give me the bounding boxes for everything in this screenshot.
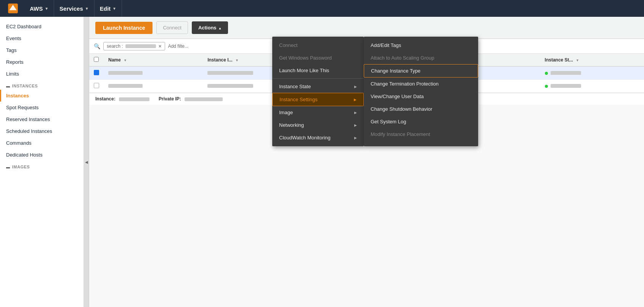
instance-settings-submenu: Add/Edit Tags Attach to Auto Scaling Gro… [364, 37, 478, 146]
private-ip-value [185, 97, 223, 101]
sidebar-item-commands[interactable]: Commands [0, 137, 84, 149]
status-running-icon [545, 72, 548, 75]
sidebar: EC2 Dashboard Events Tags Reports Limits… [0, 17, 84, 307]
sidebar-item-reports[interactable]: Reports [0, 56, 84, 68]
row-name [104, 66, 203, 80]
search-pill-label: search : [107, 44, 123, 49]
col-header-instance-state[interactable]: Instance St... ▼ [540, 54, 644, 66]
networking-arrow-icon [354, 123, 357, 127]
sidebar-item-tags[interactable]: Tags [0, 44, 84, 56]
nav-edit[interactable]: Edit ▼ [95, 0, 122, 17]
menu-item-connect[interactable]: Connect [272, 39, 364, 52]
submenu-item-attach-asg[interactable]: Attach to Auto Scaling Group [364, 52, 478, 64]
submenu-item-change-instance-type[interactable]: Change Instance Type [364, 64, 478, 78]
submenu-item-add-edit-tags[interactable]: Add/Edit Tags [364, 39, 478, 52]
sidebar-item-events[interactable]: Events [0, 32, 84, 44]
menu-item-image[interactable]: Image [272, 106, 364, 119]
col-header-checkbox[interactable] [89, 54, 104, 66]
submenu-item-get-system-log[interactable]: Get System Log [364, 115, 478, 128]
sidebar-item-instances[interactable]: Instances [0, 90, 84, 102]
actions-chevron-icon [218, 25, 222, 31]
submenu-item-change-termination[interactable]: Change Termination Protection [364, 78, 478, 90]
name-sort-icon[interactable]: ▼ [124, 58, 127, 62]
submenu-item-modify-placement[interactable]: Modify Instance Placement [364, 128, 478, 141]
checkbox-empty-icon[interactable] [94, 83, 99, 88]
actions-menu: Connect Get Windows Password Launch More… [272, 37, 364, 146]
private-ip-label: Private IP: [159, 96, 223, 102]
top-nav: AWS ▼ Services ▼ Edit ▼ [0, 0, 644, 17]
aws-chevron-icon: ▼ [45, 6, 48, 11]
sidebar-item-limits[interactable]: Limits [0, 68, 84, 80]
instance-label: Instance: [95, 96, 149, 102]
submenu-item-view-change-user-data[interactable]: View/Change User Data [364, 90, 478, 103]
row-state [540, 80, 644, 93]
row-name [104, 80, 203, 93]
search-value [125, 44, 156, 48]
nav-aws[interactable]: AWS ▼ [24, 0, 54, 17]
sidebar-item-dedicated-hosts[interactable]: Dedicated Hosts [0, 149, 84, 161]
image-arrow-icon [354, 110, 357, 115]
toolbar: Launch Instance Connect Actions Connect … [89, 17, 644, 39]
actions-button[interactable]: Actions [192, 21, 228, 34]
sidebar-item-scheduled-instances[interactable]: Scheduled Instances [0, 125, 84, 137]
instances-collapse-icon[interactable]: ▬ [6, 84, 10, 88]
sidebar-item-spot-requests[interactable]: Spot Requests [0, 102, 84, 113]
select-all-checkbox[interactable] [94, 57, 99, 62]
row-checkbox[interactable] [89, 80, 104, 93]
instance-state-sort-icon[interactable]: ▼ [576, 58, 579, 62]
divider-1 [272, 78, 364, 79]
images-section-header: ▬ IMAGES [0, 161, 84, 171]
main-layout: EC2 Dashboard Events Tags Reports Limits… [0, 17, 644, 307]
cloudwatch-arrow-icon [354, 136, 357, 140]
images-collapse-icon[interactable]: ▬ [6, 165, 10, 169]
main-content: Launch Instance Connect Actions Connect … [89, 17, 644, 307]
checkbox-selected-icon[interactable] [94, 70, 99, 75]
instance-settings-arrow-icon [354, 97, 357, 102]
instance-id-sort-icon[interactable]: ▼ [235, 58, 239, 62]
actions-dropdown: Connect Get Windows Password Launch More… [272, 37, 478, 146]
sidebar-item-ec2-dashboard[interactable]: EC2 Dashboard [0, 21, 84, 32]
menu-item-get-windows-password[interactable]: Get Windows Password [272, 52, 364, 64]
instance-value [119, 97, 149, 101]
edit-chevron-icon: ▼ [112, 6, 116, 11]
search-icon: 🔍 [94, 43, 100, 49]
menu-item-networking[interactable]: Networking [272, 119, 364, 131]
connect-button[interactable]: Connect [156, 21, 188, 34]
status-running-icon [545, 85, 548, 88]
sidebar-item-reserved-instances[interactable]: Reserved Instances [0, 113, 84, 125]
launch-instance-button[interactable]: Launch Instance [95, 22, 153, 34]
menu-item-instance-state[interactable]: Instance State [272, 80, 364, 93]
row-checkbox[interactable] [89, 66, 104, 80]
add-filter-label[interactable]: Add filte... [168, 44, 188, 49]
col-header-name[interactable]: Name ▼ [104, 54, 203, 66]
sidebar-toggle[interactable]: ◀ [84, 17, 89, 307]
instances-section-header: ▬ INSTANCES [0, 80, 84, 90]
instance-state-arrow-icon [354, 84, 357, 89]
services-chevron-icon: ▼ [85, 6, 89, 11]
search-clear-icon[interactable]: ✕ [158, 44, 162, 49]
submenu-item-change-shutdown[interactable]: Change Shutdown Behavior [364, 103, 478, 115]
nav-services[interactable]: Services ▼ [54, 0, 95, 17]
menu-item-instance-settings[interactable]: Instance Settings [272, 93, 364, 106]
search-pill[interactable]: search : ✕ [103, 42, 165, 50]
menu-item-cloudwatch[interactable]: CloudWatch Monitoring [272, 131, 364, 144]
menu-item-launch-more[interactable]: Launch More Like This [272, 64, 364, 77]
aws-logo [6, 2, 20, 15]
row-state [540, 66, 644, 80]
